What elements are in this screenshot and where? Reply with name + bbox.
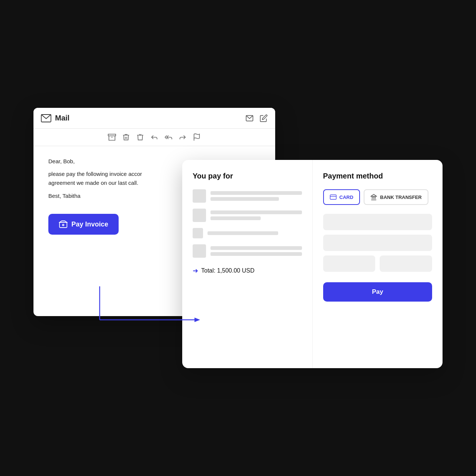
payment-method-section: Payment method CARD [313, 160, 443, 368]
move-icon[interactable] [136, 133, 144, 141]
mail-toolbar [33, 129, 275, 146]
svg-rect-11 [330, 195, 336, 199]
item-line [210, 197, 279, 201]
item-line [210, 252, 302, 256]
bank-icon [370, 194, 377, 200]
card-expiry-field[interactable] [323, 255, 376, 272]
table-row [193, 228, 302, 238]
total-amount: Total: 1,500.00 USD [201, 267, 254, 274]
item-thumbnail [193, 228, 203, 238]
card-expiry-cvv-row [323, 255, 432, 272]
pay-invoice-button[interactable]: Pay Invoice [48, 214, 119, 235]
item-thumbnail [193, 209, 206, 222]
item-line [210, 216, 261, 220]
total-arrow-icon: ➜ [193, 267, 198, 275]
item-thumbnail [193, 189, 206, 203]
mail-logo-icon [41, 114, 51, 122]
tab-card[interactable]: CARD [323, 189, 360, 205]
svg-point-6 [62, 224, 64, 226]
mail-titlebar: Mail [33, 108, 275, 129]
item-line [210, 246, 302, 250]
item-line [210, 210, 302, 214]
forward-icon[interactable] [178, 133, 187, 141]
total-line: ➜ Total: 1,500.00 USD [193, 267, 302, 275]
payment-tabs: CARD BANK TRANSFER [323, 189, 432, 205]
trash-icon[interactable] [122, 133, 130, 141]
card-form-fields [323, 214, 432, 272]
reply-all-icon[interactable] [164, 133, 173, 141]
item-thumbnail [193, 244, 206, 258]
item-line [210, 191, 302, 195]
card-cvv-field[interactable] [380, 255, 432, 272]
svg-rect-5 [60, 222, 67, 228]
archive-icon[interactable] [108, 133, 116, 141]
reply-icon[interactable] [150, 133, 158, 141]
pay-for-title: You pay for [193, 172, 302, 180]
pay-for-section: You pay for [182, 160, 313, 368]
table-row [193, 244, 302, 258]
connector-line [100, 286, 200, 336]
mail-logo: Mail [41, 114, 70, 122]
item-lines [210, 191, 302, 201]
svg-marker-10 [194, 318, 200, 322]
mail-app-title: Mail [55, 114, 70, 122]
item-lines [210, 246, 302, 256]
item-lines [210, 210, 302, 220]
table-row [193, 189, 302, 203]
edit-icon[interactable] [260, 114, 268, 122]
mail-titlebar-actions [245, 114, 268, 122]
compose-icon[interactable] [245, 114, 254, 122]
item-lines [208, 231, 302, 235]
payment-method-title: Payment method [323, 172, 432, 180]
item-line [208, 231, 278, 235]
svg-marker-18 [371, 194, 377, 196]
flag-icon[interactable] [193, 133, 201, 141]
card-icon [330, 194, 337, 200]
table-row [193, 209, 302, 222]
card-number-field[interactable] [323, 214, 432, 230]
payment-icon [59, 220, 68, 229]
card-name-field[interactable] [323, 235, 432, 251]
pay-button[interactable]: Pay [323, 282, 432, 302]
svg-rect-2 [108, 134, 116, 136]
invoice-item-list [193, 189, 302, 258]
payment-panel: You pay for [182, 160, 443, 368]
tab-bank-transfer[interactable]: BANK TRANSFER [364, 189, 428, 205]
